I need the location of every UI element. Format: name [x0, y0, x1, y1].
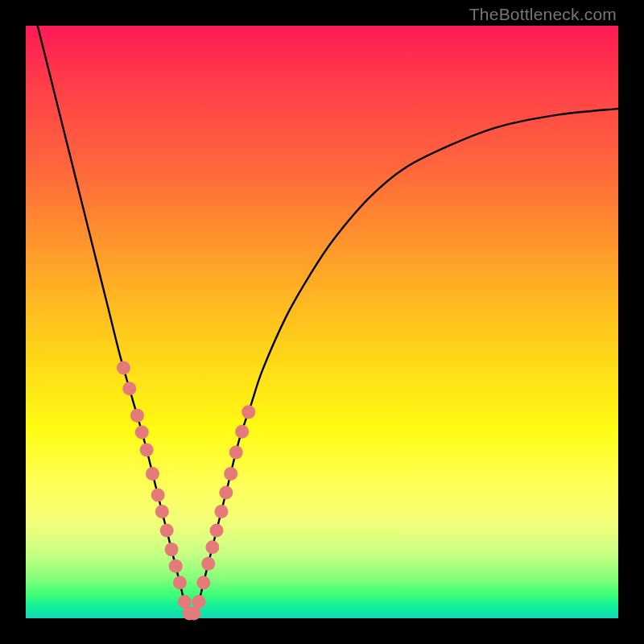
left-branch-dots-dot: [169, 559, 183, 573]
right-branch-dots-dot: [229, 445, 243, 459]
left-branch-dots-dot: [151, 488, 165, 502]
right-branch-dots-dot: [235, 425, 249, 439]
valley-dots-dot: [173, 576, 187, 589]
right-branch-dots-dot: [201, 557, 215, 571]
left-branch-dots-dot: [155, 505, 169, 518]
left-branch-dots-dot: [130, 409, 144, 423]
valley-dots-dot: [188, 607, 201, 621]
chart-frame: TheBottleneck.com: [0, 0, 644, 644]
left-branch-dots-dot: [140, 443, 154, 456]
right-branch-dots-dot: [205, 540, 219, 554]
bottleneck-curve: [26, 0, 618, 618]
left-branch-dots-dot: [160, 524, 174, 538]
right-branch-dots-dot: [219, 485, 233, 499]
right-branch-dots-dot: [209, 524, 223, 538]
right-branch-dots-dot: [224, 467, 237, 481]
left-branch-dots-dot: [122, 382, 136, 395]
right-branch-dots-dot: [242, 405, 255, 419]
left-branch-dots-dot: [165, 543, 179, 556]
left-branch-dots-dot: [135, 425, 149, 439]
valley-dots-dot: [178, 595, 192, 609]
right-branch-dots-dot: [196, 576, 210, 589]
left-branch-dots-dot: [117, 361, 130, 375]
valley-dots-dot: [192, 595, 205, 609]
left-branch-dots-dot: [146, 467, 159, 481]
data-dots-group: [117, 361, 255, 621]
chart-overlay-svg: [26, 26, 618, 618]
right-branch-dots-dot: [214, 505, 228, 518]
watermark-text: TheBottleneck.com: [469, 5, 617, 24]
